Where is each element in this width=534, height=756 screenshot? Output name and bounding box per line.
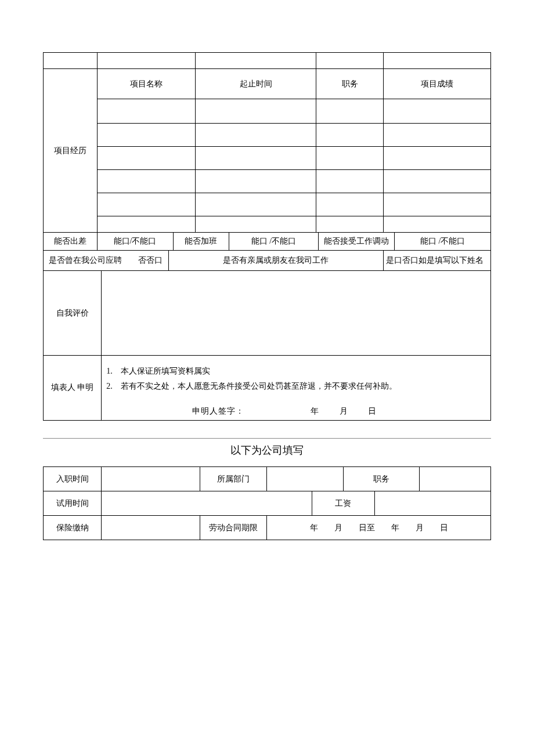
table-row: 入职时间 所属部门 职务: [44, 467, 491, 491]
project-section-label: 项目经历: [44, 69, 98, 233]
contract-value: 年 月 日至 年 月 日: [267, 516, 491, 540]
declaration-line-1: 1. 本人保证所填写资料属实: [106, 364, 486, 379]
availability-table: 能否出差 能口/不能口 能否加班 能口 /不能口 能否接受工作调动 能口 /不能…: [43, 233, 491, 251]
declaration-section-label: 填表人 申明: [44, 355, 102, 420]
col-project-position: 职务: [316, 69, 384, 99]
position-value[interactable]: [419, 467, 490, 491]
date-month: 月: [340, 407, 348, 415]
table-row: 填表人 申明 1. 本人保证所填写资料属实 2. 若有不实之处，本人愿意无条件接…: [44, 355, 491, 420]
position-label: 职务: [343, 467, 419, 491]
table-row: 试用时间 工资: [44, 491, 491, 516]
col-project-name: 项目名称: [97, 69, 196, 99]
table-row: [44, 124, 491, 147]
self-eval-value[interactable]: [102, 271, 491, 355]
sign-label: 申明人签字：: [192, 407, 244, 415]
self-eval-label: 自我评价: [44, 271, 102, 355]
probation-value[interactable]: [102, 491, 312, 516]
table-row: [44, 99, 491, 124]
table-row: [44, 170, 491, 193]
history-table: 是否曾在我公司应聘 否否口 是否有亲属或朋友在我司工作 是口否口如是填写以下姓名: [43, 251, 491, 271]
table-row: [44, 216, 491, 233]
table-row: [44, 193, 491, 216]
section-divider: [43, 438, 491, 439]
project-experience-table: 项目经历 项目名称 起止时间 职务 项目成绩: [43, 52, 491, 233]
col-project-result: 项目成绩: [383, 69, 490, 99]
overtime-label: 能否加班: [173, 233, 229, 251]
onboard-label: 入职时间: [44, 467, 102, 491]
salary-label: 工资: [312, 491, 374, 516]
company-section-title: 以下为公司填写: [43, 443, 491, 457]
insurance-label: 保险缴纳: [44, 516, 102, 540]
table-row: 保险缴纳 劳动合同期限 年 月 日至 年 月 日: [44, 516, 491, 540]
col-project-period: 起止时间: [196, 69, 316, 99]
table-row: 自我评价: [44, 271, 491, 355]
dept-value[interactable]: [267, 467, 343, 491]
overtime-value: 能口 /不能口: [229, 233, 318, 251]
date-year: 年: [311, 407, 319, 415]
travel-label: 能否出差: [44, 233, 98, 251]
travel-value: 能口/不能口: [97, 233, 173, 251]
table-row: [44, 53, 491, 69]
table-row: [44, 147, 491, 170]
dept-label: 所属部门: [200, 467, 267, 491]
probation-label: 试用时间: [44, 491, 102, 516]
salary-value[interactable]: [374, 491, 491, 516]
insurance-value[interactable]: [102, 516, 200, 540]
declaration-line-2: 2. 若有不实之处，本人愿意无条件接受公司处罚甚至辞退，并不要求任何补助。: [106, 379, 486, 395]
relatives-value: 是口否口如是填写以下姓名: [383, 251, 490, 271]
company-fill-table: 入职时间 所属部门 职务 试用时间 工资 保险缴纳 劳动合同期限 年 月 日至 …: [43, 466, 491, 540]
declaration-signature-line: 申明人签字： 年 月 日: [102, 403, 490, 420]
self-declaration-table: 自我评价 填表人 申明 1. 本人保证所填写资料属实 2. 若有不实之处，本人愿…: [43, 271, 491, 421]
contract-label: 劳动合同期限: [200, 516, 267, 540]
declaration-body-cell: 1. 本人保证所填写资料属实 2. 若有不实之处，本人愿意无条件接受公司处罚甚至…: [102, 355, 491, 420]
relatives-label: 是否有亲属或朋友在我司工作: [168, 251, 383, 271]
transfer-value: 能口 /不能口: [395, 233, 491, 251]
table-row: 是否曾在我公司应聘 否否口 是否有亲属或朋友在我司工作 是口否口如是填写以下姓名: [44, 251, 491, 271]
date-day: 日: [368, 407, 377, 415]
table-header-row: 项目经历 项目名称 起止时间 职务 项目成绩: [44, 69, 491, 99]
applied-before: 是否曾在我公司应聘 否否口: [44, 251, 169, 271]
onboard-value[interactable]: [102, 467, 200, 491]
transfer-label: 能否接受工作调动: [319, 233, 395, 251]
table-row: 能否出差 能口/不能口 能否加班 能口 /不能口 能否接受工作调动 能口 /不能…: [44, 233, 491, 251]
